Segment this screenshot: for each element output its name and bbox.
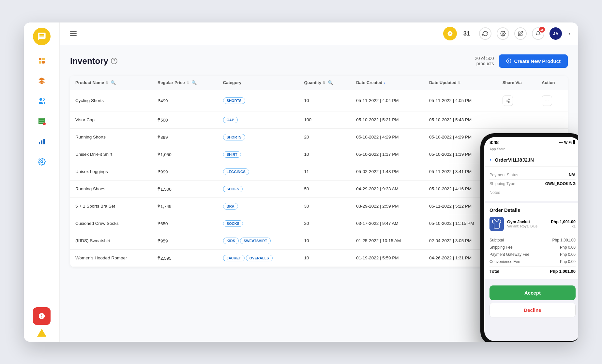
page-title: Inventory ? — [70, 56, 117, 66]
cell-price: ₱1,050 — [152, 146, 218, 163]
cell-date-created: 05-11-2022 | 4:04 PM — [351, 90, 424, 111]
phone-screen: 8:48 ···· WiFi ▊ App Store ‹ OrderVII1J8… — [484, 137, 578, 341]
decline-button[interactable]: Decline — [489, 303, 576, 317]
cell-date-created: 05-10-2022 | 4:29 PM — [351, 128, 424, 146]
cell-date-created: 01-25-2022 | 10:15 AM — [351, 232, 424, 249]
sort-icon-qty[interactable]: ⇅ — [323, 81, 325, 84]
cell-share — [497, 111, 536, 128]
sort-icon-price[interactable]: ⇅ — [186, 81, 189, 84]
svg-point-5 — [43, 123, 46, 125]
sort-icon-name[interactable]: ⇅ — [105, 81, 108, 84]
cell-category: SOCKS — [218, 215, 299, 232]
analytics-icon — [37, 137, 46, 146]
sidebar-item-users[interactable] — [33, 92, 51, 110]
table-row: Cycling Shorts ₱499 SHORTS 10 05-11-2022… — [70, 90, 568, 111]
item-variant: Variant: Royal Blue — [507, 224, 548, 228]
sidebar-item-inventory[interactable] — [33, 112, 51, 130]
back-arrow-icon[interactable]: ‹ — [489, 156, 491, 163]
coin-balance[interactable]: ₱ — [443, 27, 457, 40]
cell-category: LEGGINGS — [218, 163, 299, 180]
refresh-button[interactable] — [479, 27, 491, 40]
sidebar-alert[interactable] — [33, 307, 51, 325]
search-icon-qty[interactable]: 🔍 — [328, 80, 333, 85]
cell-category: BRA — [218, 197, 299, 215]
cell-date-updated: 05-11-2022 | 4:05 PM — [424, 90, 497, 111]
cell-category: SHOES — [218, 180, 299, 197]
sidebar-bottom — [33, 307, 51, 337]
top-header: ₱ 31 — [60, 22, 578, 45]
hamburger-button[interactable] — [68, 27, 79, 40]
cell-category: SHORTS — [218, 128, 299, 146]
svg-point-18 — [508, 101, 509, 103]
cell-date-created: 01-19-2022 | 5:59 PM — [351, 249, 424, 267]
svg-point-17 — [506, 100, 507, 101]
page-header: Inventory ? 20 of 500 products Create Ne… — [70, 54, 568, 68]
phone-status-bar: 8:48 ···· WiFi ▊ — [484, 137, 578, 146]
cell-name: Unisex Leggings — [70, 163, 152, 180]
settings-button[interactable] — [497, 27, 509, 40]
notifications-button[interactable]: 18 — [532, 27, 544, 40]
cell-date-created: 05-10-2022 | 5:21 PM — [351, 111, 424, 128]
cell-quantity: 10 — [299, 90, 351, 111]
search-icon-price[interactable]: 🔍 — [191, 80, 197, 85]
th-price: Regular Price ⇅ 🔍 — [152, 76, 218, 90]
cell-quantity: 50 — [299, 180, 351, 197]
th-quantity: Quantity ⇅ 🔍 — [299, 76, 351, 90]
cell-category: KIDSSWEATSHIRT — [218, 232, 299, 249]
help-icon[interactable]: ? — [111, 58, 117, 64]
sidebar-item-settings[interactable] — [33, 153, 51, 170]
item-name: Gym Jacket — [507, 220, 548, 224]
cell-quantity: 10 — [299, 249, 351, 267]
chevron-down-icon[interactable]: ▾ — [568, 31, 570, 36]
phone-actions: Accept Decline — [484, 282, 578, 321]
item-price: Php 1,001.00 — [551, 220, 576, 224]
category-badge: JACKET — [223, 255, 245, 261]
svg-text:₱: ₱ — [449, 32, 451, 35]
th-product-name: Product Name ⇅ 🔍 — [70, 76, 152, 90]
cell-name: (KIDS) Sweatshirt — [70, 232, 152, 249]
user-avatar[interactable]: JA — [549, 27, 562, 40]
shipping-type-row: Shipping Type OWN_BOOKING — [489, 180, 576, 188]
cell-quantity: 10 — [299, 232, 351, 249]
order-info-section: Payment Status N/A Shipping Type OWN_BOO… — [484, 167, 578, 201]
cell-price: ₱500 — [152, 111, 218, 128]
sort-icon-created[interactable]: ↓ — [384, 81, 385, 84]
more-actions-button[interactable]: ··· — [542, 95, 552, 106]
cell-price: ₱2,595 — [152, 249, 218, 267]
coin-count: 31 — [463, 30, 470, 37]
th-share: Share Via — [497, 76, 536, 90]
accept-button[interactable]: Accept — [489, 285, 576, 300]
cell-name: Running Shoes — [70, 180, 152, 197]
sidebar-item-products[interactable] — [33, 72, 51, 90]
phone-nav-header: ‹ OrderVII1J8J2JN — [484, 153, 578, 167]
svg-rect-0 — [39, 58, 41, 60]
settings-icon — [37, 157, 46, 166]
create-product-button[interactable]: Create New Product — [499, 54, 568, 68]
category-badge: KIDS — [223, 238, 239, 244]
sidebar-logo[interactable] — [33, 28, 51, 45]
cell-date-created: 05-10-2022 | 1:17 PM — [351, 146, 424, 163]
edit-button[interactable] — [514, 27, 527, 40]
svg-rect-3 — [42, 61, 45, 64]
app-store-bar: App Store — [484, 146, 578, 153]
phone-overlay: 8:48 ···· WiFi ▊ App Store ‹ OrderVII1J8… — [480, 133, 578, 342]
sidebar-item-dashboard[interactable] — [33, 52, 51, 69]
search-icon-name[interactable]: 🔍 — [111, 80, 116, 85]
table-header-row: Product Name ⇅ 🔍 Regular Price ⇅ 🔍 — [70, 76, 568, 90]
order-id: OrderVII1J8J2JN — [495, 157, 534, 163]
order-details-title: Order Details — [489, 207, 576, 213]
sidebar-triangle[interactable] — [37, 329, 46, 337]
cell-date-created: 04-29-2022 | 9:33 AM — [351, 180, 424, 197]
sidebar-item-analytics[interactable] — [33, 133, 51, 150]
cell-date-created: 03-29-2022 | 2:59 PM — [351, 197, 424, 215]
cell-share — [497, 90, 536, 111]
th-action: Action — [536, 76, 568, 90]
share-button[interactable] — [503, 95, 513, 106]
sort-icon-updated[interactable]: ⇅ — [458, 81, 460, 84]
category-badge: SHORTS — [223, 134, 245, 140]
cell-quantity: 11 — [299, 163, 351, 180]
item-qty: x1 — [551, 224, 576, 228]
category-badge: SHIRT — [223, 151, 241, 158]
order-details-section: Order Details Gym Jacket Variant: Royal … — [484, 203, 578, 279]
cell-price: ₱999 — [152, 163, 218, 180]
